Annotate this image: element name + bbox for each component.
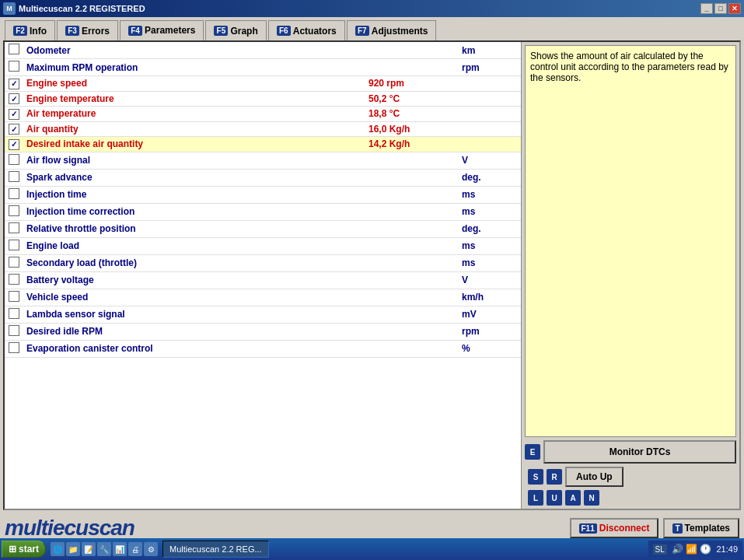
info-text: Shows the amount of air calculated by th… bbox=[530, 51, 728, 83]
checkbox-cell-1[interactable] bbox=[5, 59, 23, 76]
start-button[interactable]: ⊞ start bbox=[2, 541, 46, 558]
small-key-l: L bbox=[528, 490, 543, 506]
param-name-18[interactable]: Evaporation canister control bbox=[23, 340, 365, 357]
param-name-12[interactable]: Engine load bbox=[23, 237, 365, 254]
auto-up-key-r: R bbox=[547, 469, 562, 485]
param-name-14[interactable]: Battery voltage bbox=[23, 271, 365, 289]
taskbar: ⊞ start 🌐 📁 📝 🔧 📊 🖨 ⚙ Multiecuscan 2.2 R… bbox=[0, 538, 744, 560]
params-table: OdometerkmMaximum RPM operationrpmEngine… bbox=[5, 42, 521, 358]
checkbox-cell-15[interactable] bbox=[5, 289, 23, 306]
param-value-5: 16,0 Kg/h bbox=[365, 121, 459, 137]
close-button[interactable]: ✕ bbox=[728, 3, 741, 14]
param-name-9[interactable]: Injection time bbox=[23, 186, 365, 203]
checkbox-8[interactable] bbox=[9, 171, 19, 182]
param-name-5[interactable]: Air quantity bbox=[23, 121, 365, 137]
checkbox-18[interactable] bbox=[9, 342, 19, 353]
param-name-11[interactable]: Relative throttle position bbox=[23, 220, 365, 237]
param-value-11 bbox=[365, 220, 459, 237]
checkbox-cell-16[interactable] bbox=[5, 306, 23, 323]
checkbox-cell-12[interactable] bbox=[5, 237, 23, 254]
checkbox-cell-3[interactable] bbox=[5, 91, 23, 107]
param-name-13[interactable]: Secondary load (throttle) bbox=[23, 254, 365, 271]
checkbox-cell-6[interactable] bbox=[5, 137, 23, 152]
params-scroll[interactable]: OdometerkmMaximum RPM operationrpmEngine… bbox=[5, 42, 521, 509]
param-unit-12: ms bbox=[459, 237, 521, 254]
disconnect-button[interactable]: F11 Disconnect bbox=[570, 518, 659, 538]
tab-parameters[interactable]: F4 Parameters bbox=[120, 20, 204, 40]
param-name-2[interactable]: Engine speed bbox=[23, 76, 365, 92]
auto-up-button[interactable]: Auto Up bbox=[565, 467, 623, 487]
param-name-15[interactable]: Vehicle speed bbox=[23, 289, 365, 306]
checkbox-cell-0[interactable] bbox=[5, 42, 23, 59]
checkbox-16[interactable] bbox=[9, 308, 19, 319]
param-name-7[interactable]: Air flow signal bbox=[23, 152, 365, 169]
checkbox-cell-9[interactable] bbox=[5, 186, 23, 203]
templates-button[interactable]: T Templates bbox=[663, 518, 739, 538]
param-value-17 bbox=[365, 323, 459, 340]
tab-info[interactable]: F2 Info bbox=[5, 20, 55, 40]
checkbox-7[interactable] bbox=[9, 154, 19, 165]
maximize-button[interactable]: □ bbox=[714, 3, 727, 14]
checkbox-10[interactable] bbox=[9, 205, 19, 216]
checkbox-3[interactable] bbox=[9, 93, 19, 104]
checkbox-4[interactable] bbox=[9, 109, 19, 120]
param-name-17[interactable]: Desired idle RPM bbox=[23, 323, 365, 340]
checkbox-0[interactable] bbox=[9, 44, 19, 54]
param-name-6[interactable]: Desired intake air quantity bbox=[23, 137, 365, 152]
param-value-14 bbox=[365, 271, 459, 289]
tab-errors[interactable]: F3 Errors bbox=[57, 20, 118, 40]
checkbox-9[interactable] bbox=[9, 188, 19, 199]
taskbar-app-label: Multiecuscan 2.2 REG... bbox=[169, 544, 262, 554]
param-value-2: 920 rpm bbox=[365, 76, 459, 92]
checkbox-cell-2[interactable] bbox=[5, 76, 23, 92]
taskbar-lang: SL bbox=[653, 544, 667, 555]
monitor-dtcs-button[interactable]: Monitor DTCs bbox=[543, 440, 736, 464]
checkbox-cell-4[interactable] bbox=[5, 107, 23, 122]
checkbox-12[interactable] bbox=[9, 240, 19, 250]
taskbar-icon-6: 🖨 bbox=[128, 542, 142, 556]
tab-info-label: Info bbox=[30, 26, 47, 37]
checkbox-2[interactable] bbox=[9, 79, 19, 89]
checkbox-14[interactable] bbox=[9, 274, 19, 285]
checkbox-cell-14[interactable] bbox=[5, 271, 23, 289]
checkbox-cell-11[interactable] bbox=[5, 220, 23, 237]
taskbar-icon-4: 🔧 bbox=[97, 542, 111, 556]
checkbox-17[interactable] bbox=[9, 325, 19, 336]
checkbox-5[interactable] bbox=[9, 124, 19, 135]
checkbox-13[interactable] bbox=[9, 257, 19, 268]
checkbox-cell-13[interactable] bbox=[5, 254, 23, 271]
param-name-1[interactable]: Maximum RPM operation bbox=[23, 59, 365, 76]
tab-actuators[interactable]: F6 Actuators bbox=[268, 20, 345, 40]
tab-adjustments[interactable]: F7 Adjustments bbox=[347, 20, 437, 40]
small-key-n: N bbox=[584, 490, 599, 506]
param-unit-6 bbox=[459, 137, 521, 152]
checkbox-cell-10[interactable] bbox=[5, 203, 23, 220]
param-name-0[interactable]: Odometer bbox=[23, 42, 365, 59]
checkbox-cell-8[interactable] bbox=[5, 169, 23, 186]
checkbox-11[interactable] bbox=[9, 222, 19, 233]
param-unit-4 bbox=[459, 107, 521, 122]
param-name-4[interactable]: Air temperature bbox=[23, 107, 365, 122]
taskbar-app-item[interactable]: Multiecuscan 2.2 REG... bbox=[162, 541, 269, 558]
checkbox-1[interactable] bbox=[9, 61, 19, 72]
param-name-10[interactable]: Injection time correction bbox=[23, 203, 365, 220]
tab-graph[interactable]: F5 Graph bbox=[205, 20, 266, 40]
param-name-8[interactable]: Spark advance bbox=[23, 169, 365, 186]
checkbox-15[interactable] bbox=[9, 291, 19, 302]
taskbar-right: SL 🔊 📶 🕐 21:49 bbox=[648, 541, 742, 558]
parameters-list: OdometerkmMaximum RPM operationrpmEngine… bbox=[5, 42, 521, 358]
title-bar: M Multiecuscan 2.2 REGISTERED _ □ ✕ bbox=[0, 0, 744, 17]
tab-key-f2: F2 bbox=[13, 26, 27, 36]
param-name-3[interactable]: Engine temperature bbox=[23, 91, 365, 107]
taskbar-icons: 🌐 📁 📝 🔧 📊 🖨 ⚙ bbox=[51, 542, 158, 556]
param-unit-10: ms bbox=[459, 203, 521, 220]
checkbox-cell-17[interactable] bbox=[5, 323, 23, 340]
app-logo: multiecuscan bbox=[5, 516, 134, 541]
checkbox-cell-18[interactable] bbox=[5, 340, 23, 357]
checkbox-6[interactable] bbox=[9, 139, 19, 150]
param-name-16[interactable]: Lambda sensor signal bbox=[23, 306, 365, 323]
minimize-button[interactable]: _ bbox=[700, 3, 713, 14]
checkbox-cell-7[interactable] bbox=[5, 152, 23, 169]
checkbox-cell-5[interactable] bbox=[5, 121, 23, 137]
param-value-13 bbox=[365, 254, 459, 271]
